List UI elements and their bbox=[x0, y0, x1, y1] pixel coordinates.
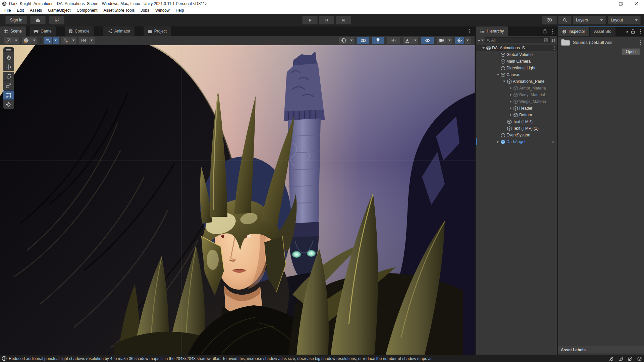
transform-tool-button[interactable] bbox=[3, 100, 14, 109]
rotate-tool-button[interactable] bbox=[3, 72, 14, 81]
tab-game[interactable]: Game bbox=[30, 26, 56, 36]
prefab-open-chevron[interactable]: > bbox=[552, 139, 554, 144]
layout-dropdown[interactable]: Layout bbox=[608, 16, 641, 24]
menu-item[interactable]: Component bbox=[73, 7, 100, 14]
menu-item[interactable]: GameObject bbox=[45, 7, 73, 14]
hierarchy-item-body-material[interactable]: Body_Material bbox=[476, 92, 557, 98]
tab-asset-store[interactable]: Asset Sto bbox=[590, 27, 615, 36]
camera-settings-dropdown[interactable] bbox=[437, 37, 452, 44]
tab-hierarchy[interactable]: Hierarchy bbox=[476, 26, 508, 36]
scene-viewport[interactable]: 2D bbox=[0, 36, 475, 355]
effects-dropdown[interactable] bbox=[403, 37, 418, 44]
services-button[interactable] bbox=[49, 16, 64, 24]
expand-arrow-icon[interactable] bbox=[502, 79, 506, 84]
sort-icon[interactable] bbox=[551, 38, 556, 43]
hierarchy-search-field[interactable] bbox=[485, 37, 550, 43]
hierarchy-item-armor-materia[interactable]: Armor_Materia bbox=[476, 85, 557, 92]
play-button[interactable] bbox=[302, 16, 318, 24]
collab-disabled-icon[interactable] bbox=[628, 356, 633, 361]
layers-dropdown[interactable]: Layers bbox=[573, 16, 606, 24]
move-tool-button[interactable] bbox=[3, 62, 14, 71]
step-button[interactable] bbox=[336, 16, 351, 24]
tab-console[interactable]: Console bbox=[65, 26, 94, 36]
asset-labels-bar[interactable]: Asset Labels bbox=[558, 346, 644, 353]
hierarchy-item-directional-light[interactable]: Directional Light bbox=[476, 65, 557, 71]
snap-settings-dropdown[interactable] bbox=[79, 37, 95, 44]
menu-item[interactable]: Window bbox=[152, 7, 173, 14]
expand-arrow-icon[interactable] bbox=[495, 72, 500, 77]
tab-animator[interactable]: Animator bbox=[103, 26, 135, 36]
audio-mute-button[interactable] bbox=[387, 37, 400, 44]
menu-item[interactable]: Edit bbox=[14, 7, 27, 14]
hierarchy-item-canvas[interactable]: Canvas bbox=[476, 71, 557, 78]
tool-handle-rotation-dropdown[interactable] bbox=[22, 37, 37, 44]
inspector-menu-icon[interactable] bbox=[640, 29, 641, 34]
sign-in-button[interactable]: Sign in bbox=[5, 16, 27, 24]
undo-history-button[interactable] bbox=[542, 16, 557, 24]
expand-arrow-icon[interactable] bbox=[495, 139, 500, 144]
hierarchy-menu-icon[interactable] bbox=[552, 29, 553, 34]
scene-lighting-button[interactable] bbox=[372, 37, 384, 44]
scene-tab-menu-icon[interactable] bbox=[469, 29, 470, 34]
menu-item[interactable]: Asset Store Tools bbox=[100, 7, 138, 14]
menu-item[interactable]: Jobs bbox=[138, 7, 152, 14]
hierarchy-item-wings-materia[interactable]: Wings_Materia bbox=[476, 98, 557, 105]
toggle-2d-button[interactable]: 2D bbox=[357, 37, 369, 44]
hierarchy-item-darkangel[interactable]: DarkAngel> bbox=[476, 138, 557, 145]
rect-tool-button[interactable] bbox=[3, 90, 14, 100]
expand-arrow-icon[interactable] bbox=[508, 113, 513, 117]
close-button[interactable] bbox=[629, 0, 644, 7]
hierarchy-lock-icon[interactable] bbox=[543, 29, 547, 34]
scene-row-menu-icon[interactable] bbox=[553, 46, 555, 50]
tab-project[interactable]: Project bbox=[144, 26, 171, 36]
expand-arrow-icon[interactable] bbox=[508, 106, 513, 111]
search-in-scene-icon[interactable] bbox=[544, 38, 548, 42]
pause-button[interactable] bbox=[319, 16, 334, 24]
tool-handle-position-dropdown[interactable] bbox=[4, 37, 19, 44]
status-message: Reduced additional punctual light shadow… bbox=[9, 356, 432, 361]
status-bar[interactable]: Reduced additional punctual light shadow… bbox=[0, 355, 644, 362]
cache-server-disconnected-icon[interactable] bbox=[618, 356, 623, 361]
cloud-button[interactable] bbox=[30, 16, 46, 24]
expand-arrow-icon[interactable] bbox=[481, 46, 486, 50]
hierarchy-panel: Hierarchy + DA_Animations_SGlobal Volume… bbox=[476, 26, 557, 355]
expand-arrow-icon[interactable] bbox=[508, 99, 513, 104]
hierarchy-item-bottom[interactable]: Bottom bbox=[476, 112, 557, 118]
scale-tool-button[interactable] bbox=[3, 81, 14, 90]
tool-strip-drag-handle[interactable] bbox=[3, 47, 14, 53]
draw-mode-dropdown[interactable] bbox=[339, 37, 355, 44]
hierarchy-item-header[interactable]: Header bbox=[476, 105, 557, 112]
grid-snapping-dropdown[interactable] bbox=[44, 37, 59, 44]
snap-increment-dropdown[interactable] bbox=[61, 37, 76, 44]
debugger-disabled-icon[interactable] bbox=[609, 356, 614, 361]
menu-item[interactable]: File bbox=[1, 7, 14, 14]
progress-ok-icon[interactable] bbox=[637, 356, 642, 361]
tab-scene[interactable]: Scene bbox=[0, 26, 26, 36]
hierarchy-item-text-tmp-1-[interactable]: Text (TMP) (1) bbox=[476, 125, 557, 132]
hierarchy-item-global-volume[interactable]: Global Volume bbox=[476, 51, 557, 58]
hierarchy-item-main-camera[interactable]: Main Camera bbox=[476, 58, 557, 65]
inspector-lock-icon[interactable] bbox=[631, 29, 635, 34]
hand-tool-button[interactable] bbox=[3, 53, 14, 62]
hierarchy-item-da-animations-s[interactable]: DA_Animations_S bbox=[476, 45, 557, 51]
menu-item[interactable]: Help bbox=[173, 7, 187, 14]
asset-header: Sounds (Default Ass Open bbox=[558, 37, 644, 59]
tab-scroll-right-icon[interactable] bbox=[626, 30, 629, 34]
menu-item[interactable]: Assets bbox=[27, 7, 45, 14]
gizmos-dropdown[interactable] bbox=[455, 37, 471, 44]
expand-arrow-icon[interactable] bbox=[508, 93, 513, 97]
scene-visibility-button[interactable] bbox=[421, 37, 434, 44]
search-button[interactable] bbox=[558, 16, 572, 24]
expand-arrow-icon[interactable] bbox=[508, 86, 513, 90]
restore-button[interactable] bbox=[613, 0, 629, 7]
hierarchy-item-label: Wings_Materia bbox=[519, 99, 546, 104]
hierarchy-item-text-tmp-[interactable]: Text (TMP) bbox=[476, 118, 557, 125]
tab-inspector[interactable]: Inspector bbox=[558, 27, 589, 36]
minimize-button[interactable] bbox=[598, 0, 613, 7]
hierarchy-item-eventsystem[interactable]: EventSystem bbox=[476, 132, 557, 138]
open-asset-button[interactable]: Open bbox=[622, 48, 640, 55]
hierarchy-item-animations-pane[interactable]: Animations_Pane bbox=[476, 78, 557, 85]
hierarchy-search-input[interactable] bbox=[491, 38, 543, 43]
add-gameobject-button[interactable]: + bbox=[478, 37, 484, 43]
asset-header-menu-icon[interactable] bbox=[640, 40, 641, 45]
